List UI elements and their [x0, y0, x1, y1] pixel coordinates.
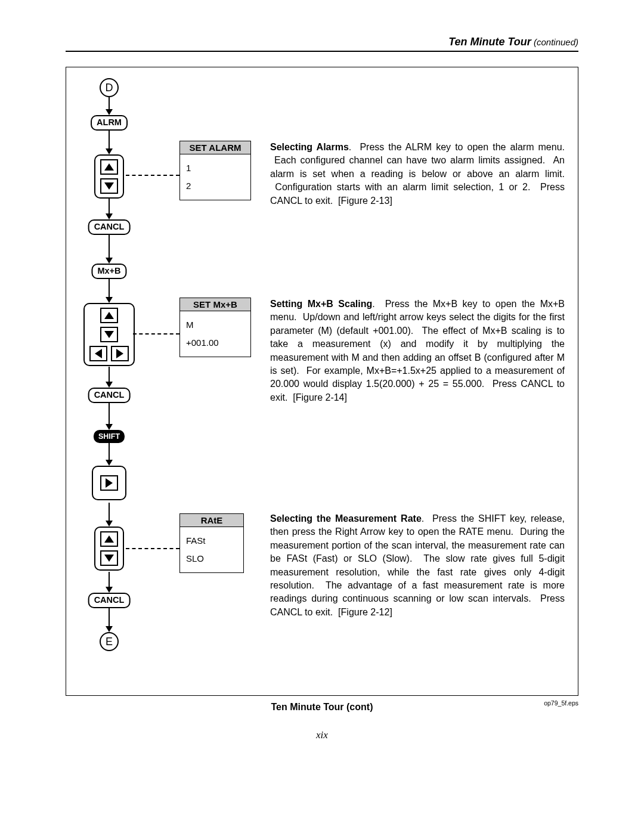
start-node: D	[100, 78, 119, 97]
menu-set-mxb: SET Mx+B M +001.00	[179, 298, 251, 357]
key-alrm: ALRM	[91, 115, 128, 131]
updown-keys-1	[94, 154, 124, 199]
desc-alarms: Selecting Alarms. Press the ALRM key to …	[270, 141, 565, 208]
desc-mxb: Setting Mx+B Scaling. Press the Mx+B key…	[270, 298, 565, 404]
updown-keys-3	[94, 527, 124, 571]
desc-mxb-bold: Setting Mx+B Scaling	[270, 299, 372, 309]
page-header: Ten Minute Tour (continued)	[66, 36, 578, 52]
down-arrow-icon	[100, 327, 118, 342]
key-cancl-3: CANCL	[88, 593, 131, 608]
menu-set-alarm: SET ALARM 1 2	[179, 141, 251, 200]
menu-rate-head: RAtE	[180, 514, 243, 527]
header-continued: (continued)	[531, 37, 578, 47]
up-arrow-icon	[100, 308, 118, 323]
up-arrow-icon	[100, 531, 118, 547]
desc-alarms-bold: Selecting Alarms	[270, 142, 349, 152]
menu-alarm-opt1: 1	[186, 159, 244, 177]
menu-rate-opt1: FASt	[186, 532, 237, 550]
desc-mxb-text: . Press the Mx+B key to open the Mx+B me…	[270, 299, 565, 402]
figure-frame: D ALRM	[66, 67, 578, 696]
desc-rate-bold: Selecting the Measurement Rate	[270, 513, 422, 524]
end-node: E	[100, 632, 119, 651]
key-shift: SHIFT	[94, 430, 125, 443]
flow-column: D ALRM	[79, 78, 270, 689]
down-arrow-icon	[100, 550, 118, 566]
menu-set-alarm-head: SET ALARM	[180, 141, 250, 154]
description-column: Selecting Alarms. Press the ALRM key to …	[270, 78, 565, 689]
desc-rate-text: . Press the SHIFT key, release, then pre…	[270, 513, 565, 617]
up-arrow-icon	[100, 159, 118, 175]
menu-mxb-line2: +001.00	[186, 334, 244, 352]
right-arrow-icon	[100, 475, 118, 491]
eps-filename: op79_5f.eps	[544, 699, 578, 707]
right-arrow-key	[92, 466, 126, 500]
key-cancl-2: CANCL	[88, 388, 131, 403]
menu-mxb-line1: M	[186, 316, 244, 334]
figure-caption: Ten Minute Tour (cont)	[66, 702, 578, 713]
left-arrow-icon	[89, 346, 107, 361]
menu-set-mxb-head: SET Mx+B	[180, 298, 250, 311]
key-mxb: Mx+B	[91, 264, 126, 279]
page-number: xix	[66, 729, 578, 741]
menu-rate: RAtE FASt SLO	[179, 513, 244, 573]
menu-alarm-opt2: 2	[186, 177, 244, 195]
four-arrow-keys	[83, 303, 135, 366]
down-arrow-icon	[100, 178, 118, 194]
menu-rate-opt2: SLO	[186, 550, 237, 568]
header-title: Ten Minute Tour	[448, 36, 531, 48]
right-arrow-icon	[111, 346, 129, 361]
key-cancl-1: CANCL	[88, 219, 131, 235]
desc-rate: Selecting the Measurement Rate. Press th…	[270, 512, 565, 619]
